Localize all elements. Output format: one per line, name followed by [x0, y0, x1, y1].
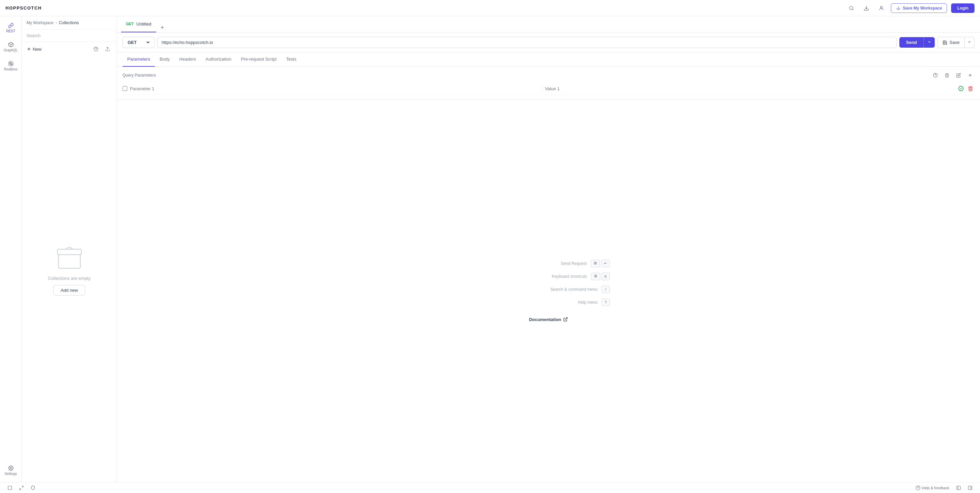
- param-row-checkbox[interactable]: [123, 86, 127, 91]
- tab-body[interactable]: Body: [155, 53, 175, 67]
- status-bar: Help & feedback: [0, 482, 980, 493]
- shortcut-help-keys: ?: [601, 298, 610, 306]
- fullscreen-button[interactable]: [17, 485, 26, 491]
- documentation-link[interactable]: Documentation: [529, 317, 568, 322]
- collections-empty-label: Collections are empty: [48, 276, 91, 281]
- add-tab-button[interactable]: +: [158, 23, 167, 32]
- svg-line-24: [22, 486, 23, 487]
- account-button[interactable]: [876, 3, 887, 14]
- query-params-add-button[interactable]: [966, 71, 975, 80]
- sidebar-bottom: Settings: [0, 462, 21, 482]
- request-tab-untitled[interactable]: GET Untitled: [121, 16, 156, 32]
- kbd-cmd2: ⌘: [591, 273, 600, 280]
- sidebar-item-graphql[interactable]: GraphQL: [2, 38, 21, 56]
- shortcut-search-label: Search & command menu: [550, 287, 598, 292]
- tab-authorization[interactable]: Authorization: [201, 53, 236, 67]
- collections-toolbar: New: [22, 42, 117, 56]
- tab-parameters[interactable]: Parameters: [123, 53, 155, 67]
- collections-search-input[interactable]: [27, 33, 112, 38]
- param-value-input[interactable]: [545, 85, 955, 93]
- top-nav-right: Save My Workspace Login: [846, 3, 975, 14]
- tab-pre-request-script[interactable]: Pre-request Script: [236, 53, 282, 67]
- query-params-edit-button[interactable]: [954, 71, 963, 80]
- download-button[interactable]: [861, 3, 872, 14]
- save-dropdown-button[interactable]: [965, 37, 975, 48]
- icon-sidebar: REST GraphQL Realtime Settings: [0, 16, 22, 482]
- app-logo: HOPPSCOTCH: [5, 5, 42, 11]
- collections-panel: My Workspace › Collections New: [22, 16, 117, 482]
- documentation-label: Documentation: [529, 317, 562, 322]
- send-dropdown-button[interactable]: [924, 37, 935, 48]
- param-row-check-button[interactable]: [957, 85, 965, 93]
- sidebar-settings-label: Settings: [5, 472, 17, 475]
- query-params-delete-button[interactable]: [943, 71, 951, 80]
- shortcut-keyboard-label: Keyboard shortcuts: [552, 274, 587, 279]
- sidebar-item-realtime[interactable]: Realtime: [2, 57, 21, 75]
- svg-line-25: [20, 488, 21, 490]
- breadcrumb-separator: ›: [56, 21, 57, 25]
- tab-headers[interactable]: Headers: [175, 53, 201, 67]
- collections-search-bar: [22, 30, 117, 42]
- status-bar-right: Help & feedback: [914, 485, 975, 491]
- shortcuts-section: Send Request ⌘ ↵ Keyboard shortcuts ⌘ K …: [117, 99, 980, 482]
- save-button[interactable]: Save: [937, 37, 965, 48]
- expand-button[interactable]: [5, 485, 14, 491]
- panel-left-button[interactable]: [954, 485, 963, 491]
- svg-rect-16: [57, 249, 81, 255]
- send-button-group: Send: [899, 37, 935, 48]
- status-bar-left: [5, 485, 37, 491]
- send-button[interactable]: Send: [899, 37, 924, 48]
- help-icon-button[interactable]: [92, 45, 100, 53]
- sidebar-item-settings[interactable]: Settings: [2, 462, 21, 479]
- param-tabs: Parameters Body Headers Authorization Pr…: [117, 53, 980, 67]
- add-new-collection-button[interactable]: Add new: [53, 285, 85, 295]
- collections-toolbar-icons: [92, 45, 112, 53]
- new-collection-button[interactable]: New: [27, 47, 41, 52]
- param-row-actions: [957, 85, 975, 93]
- breadcrumb-current: Collections: [59, 21, 79, 25]
- shield-button[interactable]: [29, 485, 37, 491]
- shortcut-keyboard: Keyboard shortcuts ⌘ K: [487, 273, 610, 280]
- shortcut-send-keys: ⌘ ↵: [591, 260, 610, 267]
- shortcut-help: Help menu ?: [487, 298, 610, 306]
- import-icon-button[interactable]: [103, 45, 112, 53]
- sidebar-rest-label: REST: [6, 29, 15, 33]
- param-divider: [542, 85, 542, 92]
- query-params-section: Query Parameters: [117, 67, 980, 99]
- method-selector[interactable]: GET POST PUT PATCH DELETE: [123, 37, 154, 48]
- sidebar-realtime-label: Realtime: [4, 67, 18, 71]
- collections-empty-state: Collections are empty Add new: [22, 56, 117, 482]
- param-row-delete-button[interactable]: [966, 85, 975, 93]
- shortcut-send-request: Send Request ⌘ ↵: [487, 260, 610, 267]
- method-select-input[interactable]: GET POST PUT PATCH DELETE: [126, 40, 151, 45]
- query-params-label: Query Parameters: [123, 73, 156, 78]
- svg-rect-15: [59, 253, 80, 268]
- sidebar-item-rest[interactable]: REST: [2, 19, 21, 37]
- breadcrumb-workspace[interactable]: My Workspace: [27, 21, 53, 25]
- url-input[interactable]: [157, 37, 897, 48]
- login-button[interactable]: Login: [951, 3, 975, 13]
- svg-rect-30: [969, 486, 972, 490]
- help-feedback-label: Help & feedback: [922, 486, 950, 490]
- query-params-help-button[interactable]: [931, 71, 940, 80]
- param-key-input[interactable]: [130, 85, 539, 93]
- main-content: GET Untitled + GET POST PUT PATCH DELETE…: [117, 16, 980, 482]
- save-button-group: Save: [937, 37, 975, 48]
- shortcut-search: Search & command menu /: [487, 286, 610, 293]
- shortcut-send-label: Send Request: [561, 261, 587, 266]
- kbd-enter: ↵: [601, 260, 610, 267]
- tab-tests[interactable]: Tests: [282, 53, 301, 67]
- svg-line-5: [8, 43, 11, 45]
- svg-line-6: [11, 43, 13, 45]
- help-feedback-button[interactable]: Help & feedback: [914, 485, 951, 491]
- save-workspace-button[interactable]: Save My Workspace: [891, 3, 947, 13]
- panel-right-button[interactable]: [966, 485, 975, 491]
- shortcut-keyboard-keys: ⌘ K: [591, 273, 610, 280]
- search-button[interactable]: [846, 3, 857, 14]
- svg-point-0: [850, 6, 853, 9]
- query-params-actions: [931, 71, 975, 80]
- empty-illustration: [56, 243, 83, 270]
- kbd-cmd: ⌘: [591, 260, 600, 267]
- top-nav: HOPPSCOTCH Save My Workspace Login: [0, 0, 980, 16]
- sidebar-graphql-label: GraphQL: [4, 48, 18, 52]
